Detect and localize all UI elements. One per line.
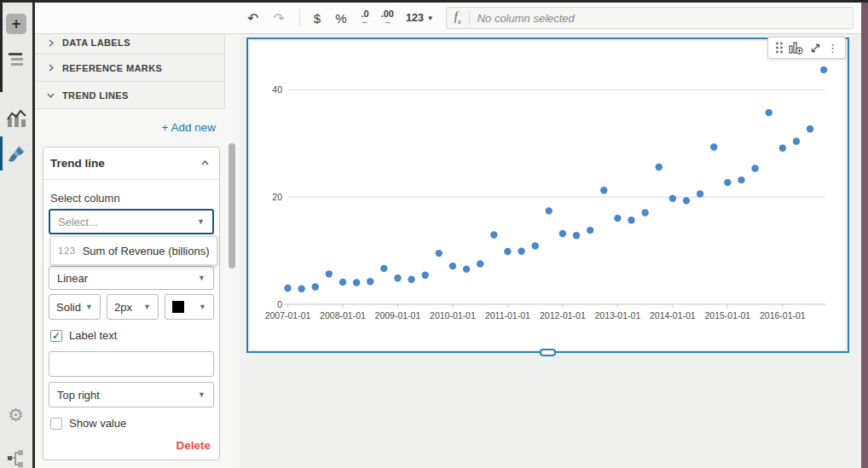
caret-down-icon: ▼ [197, 217, 205, 226]
trend-line-card-header[interactable]: Trend line [43, 147, 219, 180]
check-icon: ✓ [52, 330, 61, 342]
section-label: REFERENCE MARKS [62, 63, 162, 73]
trend-line-card: Trend line Select column Select... ▼ 123… [43, 147, 220, 460]
chevron-right-icon [47, 39, 55, 47]
fit-type-value: Linear [57, 272, 88, 285]
label-text-row: ✓ Label text [50, 329, 117, 342]
fx-icon: fx [454, 10, 461, 26]
svg-text:40: 40 [272, 84, 282, 95]
formula-input[interactable] [477, 12, 845, 25]
svg-text:2009-01-01: 2009-01-01 [375, 310, 421, 321]
active-tool-indicator [0, 136, 3, 170]
show-value-row: Show value [50, 417, 126, 430]
window-left-edge [0, 0, 3, 92]
drag-handle-icon[interactable] [775, 42, 784, 54]
resize-handle[interactable] [540, 349, 556, 356]
format-toolbar: ↶ ↷ $ % .0 ← .00 → 123 ▼ fx [35, 3, 861, 34]
add-element-button[interactable]: + [6, 14, 26, 34]
increase-decimal-icon[interactable]: .00 → [381, 10, 394, 26]
label-position-select[interactable]: Top right ▼ [49, 382, 214, 407]
label-text-checkbox[interactable]: ✓ [50, 330, 62, 342]
percent-format-icon[interactable]: % [335, 11, 346, 26]
fit-type-select[interactable]: Linear ▼ [49, 266, 214, 290]
line-width-select[interactable]: 2px ▼ [107, 294, 159, 320]
caret-down-icon: ▼ [198, 390, 205, 399]
panel-scrollbar[interactable] [229, 143, 235, 269]
number-format-dropdown[interactable]: 123 ▼ [406, 12, 434, 24]
caret-down-icon: ▼ [198, 274, 205, 282]
color-swatch [172, 301, 184, 313]
line-color-select[interactable]: ▼ [165, 294, 214, 320]
formula-bar[interactable]: fx [446, 7, 854, 29]
redo-icon[interactable]: ↷ [273, 10, 284, 26]
layers-list-icon[interactable] [9, 53, 24, 66]
gear-icon[interactable]: ⚙ [8, 405, 24, 425]
paintbrush-icon[interactable] [7, 144, 26, 164]
svg-text:2011-01-01: 2011-01-01 [485, 310, 530, 321]
format-panel: Revenue (Billions) by Quar... ⋮ DATA LAB… [35, 3, 240, 468]
formula-divider [469, 11, 470, 25]
svg-text:20: 20 [272, 192, 282, 202]
section-label: TREND LINES [62, 90, 129, 101]
caret-down-icon: ▼ [199, 303, 206, 311]
label-position-value: Top right [57, 389, 100, 402]
chart-icon[interactable] [7, 109, 26, 129]
svg-text:2007-01-01: 2007-01-01 [265, 310, 311, 321]
chart-element[interactable]: 020402007-01-012008-01-012009-01-012010-… [251, 41, 845, 350]
trend-label-input[interactable] [49, 351, 214, 377]
svg-text:2015-01-01: 2015-01-01 [704, 310, 750, 321]
add-new-trend-line-link[interactable]: + Add new [35, 109, 225, 134]
chevron-up-icon[interactable] [201, 159, 209, 167]
section-reference-marks[interactable]: REFERENCE MARKS [35, 55, 225, 82]
number-type-badge: 123 [58, 246, 76, 256]
section-label: DATA LABELS [62, 38, 130, 48]
delete-trend-line-link[interactable]: Delete [176, 439, 211, 452]
show-value-label: Show value [69, 417, 126, 430]
number-format-label: 123 [406, 12, 424, 24]
svg-text:0: 0 [277, 299, 282, 309]
workbook-canvas[interactable]: 020402007-01-012008-01-012009-01-012010-… [240, 34, 861, 468]
kebab-icon[interactable]: ⋮ [827, 42, 838, 55]
svg-text:2014-01-01: 2014-01-01 [650, 310, 696, 321]
dropdown-option[interactable]: Sum of Revenue (billions) [83, 245, 210, 257]
toolbar-divider [299, 9, 300, 26]
select-column-label: Select column [50, 192, 120, 205]
card-title: Trend line [50, 157, 105, 170]
decrease-decimal-icon[interactable]: .0 ← [362, 10, 369, 26]
window-right-edge [861, 3, 868, 468]
line-style-value: Solid [56, 301, 81, 314]
line-style-select[interactable]: Solid ▼ [49, 294, 101, 320]
svg-text:2008-01-01: 2008-01-01 [320, 310, 366, 321]
caret-down-icon: ▼ [85, 303, 93, 311]
left-icon-rail: + ⚙ [0, 3, 32, 468]
arrow-left-icon: ← [362, 18, 369, 26]
undo-icon[interactable]: ↶ [247, 10, 258, 26]
svg-text:2013-01-01: 2013-01-01 [595, 310, 641, 321]
select-placeholder: Select... [58, 216, 98, 228]
section-data-labels[interactable]: DATA LABELS [35, 32, 225, 55]
chart-type-icon[interactable] [789, 41, 803, 55]
expand-icon[interactable] [809, 42, 822, 55]
caret-down-icon: ▼ [427, 14, 434, 22]
rail-panel-divider [32, 0, 35, 468]
line-width-value: 2px [114, 301, 132, 314]
chevron-down-icon [47, 91, 55, 99]
arrow-right-icon: → [384, 18, 391, 26]
element-floating-toolbar: ⋮ [767, 37, 846, 59]
svg-text:2016-01-01: 2016-01-01 [760, 310, 806, 321]
column-dropdown-menu: 123 Sum of Revenue (billions) [50, 236, 217, 265]
scatter-plot: 020402007-01-012008-01-012009-01-012010-… [251, 41, 845, 350]
svg-text:2012-01-01: 2012-01-01 [540, 310, 586, 321]
caret-down-icon: ▼ [143, 303, 151, 311]
svg-text:2010-01-01: 2010-01-01 [430, 310, 476, 321]
show-value-checkbox[interactable] [50, 418, 62, 430]
lineage-icon[interactable] [7, 449, 24, 468]
chevron-right-icon [47, 64, 55, 72]
trend-column-select[interactable]: Select... ▼ [49, 209, 214, 234]
window-top-edge [0, 0, 868, 3]
dollar-format-icon[interactable]: $ [314, 11, 321, 26]
section-trend-lines[interactable]: TREND LINES [35, 82, 225, 109]
label-text-label: Label text [69, 329, 117, 342]
